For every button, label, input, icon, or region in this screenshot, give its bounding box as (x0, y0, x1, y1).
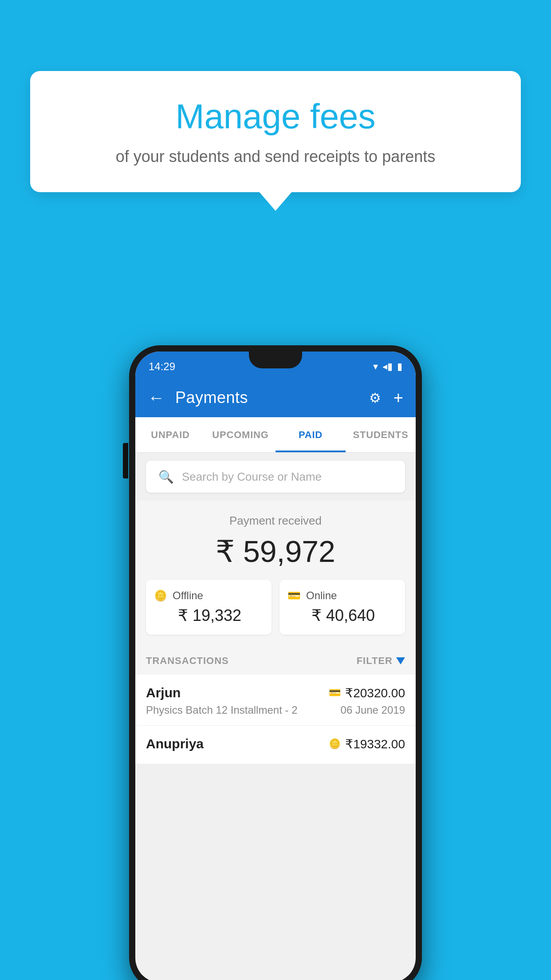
app-bar: ← Payments ⚙ + (135, 378, 416, 417)
battery-icon: ▮ (397, 361, 402, 372)
payment-cards: 🪙 Offline ₹ 19,332 💳 Online ₹ 40,640 (146, 580, 405, 635)
online-label: Online (306, 589, 337, 602)
tabs-bar: UNPAID UPCOMING PAID STUDENTS (135, 417, 416, 453)
status-time: 14:29 (149, 360, 175, 373)
transaction-name: Anupriya (146, 736, 204, 751)
wifi-icon: ▾ (373, 361, 378, 372)
filter-icon (396, 657, 405, 664)
settings-icon[interactable]: ⚙ (369, 390, 381, 406)
filter-button[interactable]: FILTER (357, 655, 405, 667)
phone-notch (249, 352, 302, 368)
search-icon: 🔍 (158, 470, 174, 484)
signal-icon: ◂▮ (382, 361, 393, 372)
payment-summary: Payment received ₹ 59,972 🪙 Offline ₹ 19… (135, 501, 416, 645)
card-icon: 💳 (287, 589, 301, 602)
back-button[interactable]: ← (148, 388, 165, 407)
search-input[interactable]: Search by Course or Name (182, 470, 322, 484)
transaction-top: Anupriya 🪙 ₹19332.00 (146, 736, 405, 751)
online-card: 💳 Online ₹ 40,640 (279, 580, 405, 635)
transaction-name: Arjun (146, 685, 181, 700)
card-payment-icon: 💳 (329, 687, 341, 699)
transaction-amount: ₹19332.00 (345, 737, 405, 751)
online-card-header: 💳 Online (287, 589, 397, 602)
tooltip-title: Manage fees (52, 98, 499, 136)
cash-icon: 🪙 (154, 589, 167, 602)
tooltip-card: Manage fees of your students and send re… (30, 71, 521, 192)
phone-screen: 14:29 ▾ ◂▮ ▮ ← Payments ⚙ + UNPAID UPCOM… (135, 352, 416, 980)
tab-unpaid[interactable]: UNPAID (135, 417, 205, 452)
tab-upcoming[interactable]: UPCOMING (205, 417, 276, 452)
filter-label: FILTER (357, 655, 393, 667)
offline-label: Offline (173, 589, 203, 602)
add-icon[interactable]: + (394, 388, 403, 407)
online-amount: ₹ 40,640 (287, 606, 397, 625)
phone-frame: 14:29 ▾ ◂▮ ▮ ← Payments ⚙ + UNPAID UPCOM… (129, 345, 422, 980)
status-icons: ▾ ◂▮ ▮ (373, 361, 402, 372)
search-container: 🔍 Search by Course or Name (135, 453, 416, 501)
app-bar-title: Payments (175, 388, 358, 407)
tooltip-subtitle: of your students and send receipts to pa… (52, 146, 499, 168)
tab-paid[interactable]: PAID (276, 417, 346, 452)
transaction-amount-wrap: 💳 ₹20320.00 (329, 686, 405, 700)
payment-received-label: Payment received (146, 514, 405, 528)
tab-students[interactable]: STUDENTS (346, 417, 416, 452)
transaction-date: 06 June 2019 (341, 704, 405, 716)
app-bar-actions: ⚙ + (369, 388, 403, 407)
transaction-bottom: Physics Batch 12 Installment - 2 06 June… (146, 704, 405, 716)
transaction-amount: ₹20320.00 (345, 686, 405, 700)
search-bar[interactable]: 🔍 Search by Course or Name (146, 461, 405, 493)
offline-amount: ₹ 19,332 (154, 606, 264, 625)
payment-total-amount: ₹ 59,972 (146, 534, 405, 569)
transaction-top: Arjun 💳 ₹20320.00 (146, 685, 405, 700)
table-row[interactable]: Arjun 💳 ₹20320.00 Physics Batch 12 Insta… (135, 675, 416, 726)
transaction-amount-wrap: 🪙 ₹19332.00 (329, 737, 405, 751)
cash-payment-icon: 🪙 (329, 738, 341, 750)
transactions-label: TRANSACTIONS (146, 655, 229, 667)
transaction-course: Physics Batch 12 Installment - 2 (146, 704, 297, 716)
offline-card-header: 🪙 Offline (154, 589, 264, 602)
offline-card: 🪙 Offline ₹ 19,332 (146, 580, 272, 635)
table-row[interactable]: Anupriya 🪙 ₹19332.00 (135, 726, 416, 764)
transactions-header: TRANSACTIONS FILTER (135, 645, 416, 675)
transactions-list: Arjun 💳 ₹20320.00 Physics Batch 12 Insta… (135, 675, 416, 764)
